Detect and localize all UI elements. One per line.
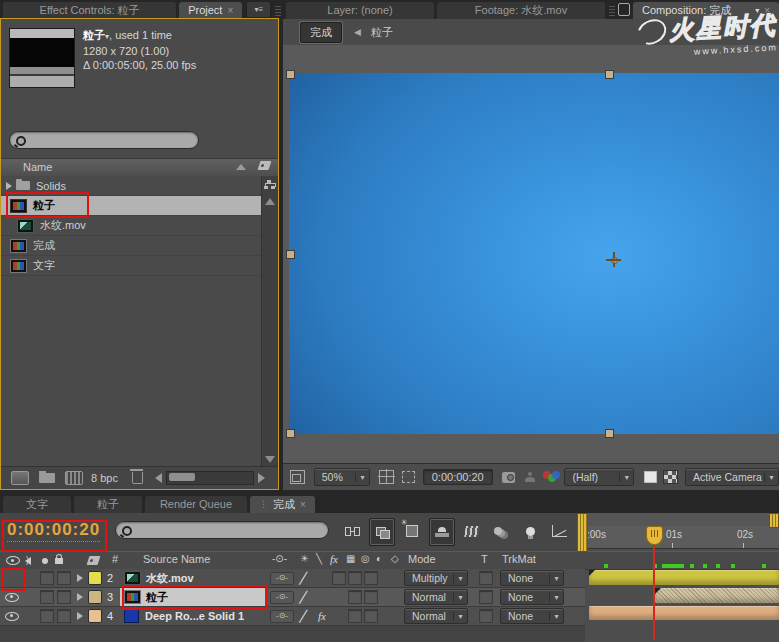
parent-pickwhip[interactable]: -⊙- xyxy=(270,607,294,625)
parent-pickwhip[interactable]: -⊙- xyxy=(270,569,294,587)
switch-box[interactable] xyxy=(364,569,378,587)
timeline-search-input[interactable] xyxy=(115,521,329,539)
draft-3d-button[interactable] xyxy=(400,518,424,544)
tab-lizi[interactable]: 粒子 xyxy=(74,496,142,513)
list-item-lizi[interactable]: 粒子 xyxy=(1,196,262,216)
breadcrumb-nested-comp[interactable]: 粒子 xyxy=(371,25,393,40)
layer-row-shuiwen[interactable]: 2 水纹.mov -⊙- ╱ Multiply▾ None▾ xyxy=(0,569,585,588)
source-name-column-label[interactable]: Source Name xyxy=(143,553,210,565)
mode-dropdown[interactable]: Normal▾ xyxy=(404,588,468,606)
interpret-footage-icon[interactable] xyxy=(11,471,29,485)
safe-margins-icon[interactable] xyxy=(379,470,394,484)
time-navigator[interactable] xyxy=(585,513,779,527)
switch-box[interactable] xyxy=(332,569,346,587)
index-column-label[interactable]: # xyxy=(112,553,118,565)
tab-close-icon[interactable]: × xyxy=(227,2,233,19)
list-item-wancheng[interactable]: 完成 xyxy=(1,236,262,256)
tab-effect-controls[interactable]: Effect Controls: 粒子 xyxy=(3,2,176,19)
expand-triangle-icon[interactable] xyxy=(6,182,12,190)
breadcrumb-current-button[interactable]: 完成 xyxy=(300,22,342,43)
layer-color-swatch[interactable] xyxy=(88,569,102,587)
transparency-grid-icon[interactable] xyxy=(663,470,678,484)
scroll-left-icon[interactable] xyxy=(155,473,162,483)
composition-canvas[interactable] xyxy=(289,73,779,434)
mini-flowchart-button[interactable] xyxy=(340,518,364,544)
mode-column-label[interactable]: Mode xyxy=(408,553,436,565)
layer-name-cell[interactable]: 水纹.mov xyxy=(120,569,265,587)
flowchart-icon[interactable] xyxy=(264,180,275,190)
switch-box[interactable] xyxy=(348,607,362,625)
scroll-up-icon[interactable] xyxy=(265,198,275,205)
scroll-right-icon[interactable] xyxy=(258,473,265,483)
trkmat-column-label[interactable]: TrkMat xyxy=(502,553,536,565)
scroll-down-icon[interactable] xyxy=(265,456,275,463)
trash-icon[interactable] xyxy=(132,472,143,484)
frame-blending-button[interactable] xyxy=(460,518,484,544)
live-update-button[interactable] xyxy=(369,518,395,546)
visibility-toggle[interactable] xyxy=(5,588,19,606)
audio-column-icon[interactable] xyxy=(25,552,31,569)
trkmat-dropdown[interactable]: None▾ xyxy=(500,569,564,587)
solo-column-icon[interactable] xyxy=(42,552,48,569)
label-tag-icon[interactable] xyxy=(87,556,101,565)
selection-handle[interactable] xyxy=(286,250,295,259)
solo-toggle[interactable] xyxy=(40,569,54,587)
expand-triangle-icon[interactable] xyxy=(77,607,83,625)
project-search-input[interactable] xyxy=(9,131,199,149)
fx-badge[interactable]: fx xyxy=(318,607,326,625)
panel-grip-handle[interactable] xyxy=(609,4,615,16)
layer-bar-deep-solid[interactable] xyxy=(589,606,779,620)
collapse-chevron-icon[interactable] xyxy=(236,164,246,170)
scrollbar-thumb[interactable] xyxy=(169,473,195,481)
motion-blur-button[interactable] xyxy=(489,518,513,544)
tab-wancheng[interactable]: ⋮ 完成 × xyxy=(250,496,315,513)
hide-shy-layers-button[interactable] xyxy=(429,518,455,546)
layer-name-cell[interactable]: Deep Ro...e Solid 1 xyxy=(120,607,265,625)
tab-dropdown-icon[interactable]: ▾ xyxy=(755,2,759,19)
parent-pickwhip[interactable]: -⊙- xyxy=(270,588,294,606)
time-navigator-end-handle[interactable] xyxy=(769,513,779,528)
layer-name-cell[interactable]: 粒子 xyxy=(120,588,265,606)
selection-handle[interactable] xyxy=(286,70,295,79)
snapshot-camera-icon[interactable] xyxy=(502,472,516,483)
lock-toggle[interactable] xyxy=(57,607,71,625)
list-item-wenzi[interactable]: 文字 xyxy=(1,256,262,276)
tab-close-icon[interactable]: × xyxy=(764,2,770,19)
tab-close-icon[interactable]: × xyxy=(300,496,306,513)
tab-footage[interactable]: Footage: 水纹.mov xyxy=(437,2,605,19)
visibility-toggle[interactable] xyxy=(5,607,19,625)
solo-toggle[interactable] xyxy=(40,588,54,606)
list-item-shuiwen[interactable]: 水纹.mov xyxy=(1,216,262,236)
expand-triangle-icon[interactable] xyxy=(77,588,83,606)
panel-menu-button[interactable]: ▾≡ xyxy=(246,1,271,18)
mode-dropdown[interactable]: Normal▾ xyxy=(404,607,468,625)
new-folder-icon[interactable] xyxy=(39,473,55,483)
view-camera-dropdown[interactable]: Active Camera ▾ xyxy=(685,468,779,486)
resolution-dropdown[interactable]: (Half) ▾ xyxy=(564,468,634,486)
preserve-transparency-toggle[interactable] xyxy=(479,607,493,625)
new-composition-icon[interactable] xyxy=(65,471,83,485)
visibility-toggle[interactable] xyxy=(3,569,17,587)
trkmat-dropdown[interactable]: None▾ xyxy=(500,607,564,625)
graph-editor-button[interactable] xyxy=(547,518,571,544)
layer-row-lizi[interactable]: 3 粒子 -⊙- ╱ Normal▾ None▾ xyxy=(0,588,585,607)
lock-icon[interactable] xyxy=(618,3,630,16)
region-of-interest-icon[interactable] xyxy=(402,471,415,483)
selection-handle[interactable] xyxy=(605,429,614,438)
name-column-header[interactable]: Name xyxy=(1,158,278,177)
quality-switch[interactable]: ╱ xyxy=(300,607,307,625)
list-item-solids[interactable]: Solids xyxy=(1,176,262,196)
panel-grip-handle[interactable] xyxy=(275,4,281,16)
horizontal-scrollbar[interactable] xyxy=(155,471,265,485)
tab-layer[interactable]: Layer: (none) xyxy=(286,2,434,19)
playhead-handle[interactable] xyxy=(646,526,663,545)
preserve-transparency-toggle[interactable] xyxy=(479,588,493,606)
solo-toggle[interactable] xyxy=(40,607,54,625)
preserve-transparency-toggle[interactable] xyxy=(479,569,493,587)
lock-column-icon[interactable] xyxy=(55,550,63,567)
mode-dropdown[interactable]: Multiply▾ xyxy=(404,569,468,587)
anchor-point-crosshair[interactable] xyxy=(606,252,621,267)
video-column-icon[interactable] xyxy=(6,552,20,569)
selection-handle[interactable] xyxy=(286,429,295,438)
composition-stage[interactable] xyxy=(283,45,779,464)
